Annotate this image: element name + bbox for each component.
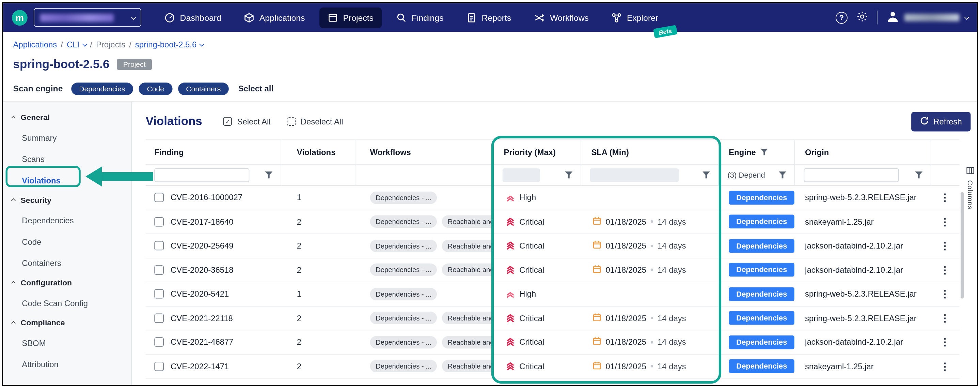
table-row[interactable]: CVE-2020-36518 2 Dependencies - ...Reach… bbox=[146, 258, 959, 282]
sidebar-section-compliance[interactable]: Compliance bbox=[3, 314, 131, 332]
row-checkbox[interactable] bbox=[154, 241, 164, 251]
nav-item-projects[interactable]: Projects bbox=[320, 7, 382, 28]
nav-item-workflows[interactable]: Workflows bbox=[526, 7, 597, 28]
engine-filter-containers[interactable]: Containers bbox=[178, 82, 229, 95]
breadcrumb-applications[interactable]: Applications bbox=[13, 40, 57, 49]
sla-days: 14 days bbox=[657, 313, 686, 323]
sidebar-item-code[interactable]: Code bbox=[3, 231, 131, 252]
priority-filter-input[interactable] bbox=[503, 168, 540, 182]
row-menu-kebab[interactable]: ⋮ bbox=[931, 186, 959, 209]
row-menu-kebab[interactable]: ⋮ bbox=[931, 258, 959, 282]
nav-item-findings[interactable]: Findings bbox=[388, 7, 452, 28]
workflow-chip: Reachable and C... bbox=[442, 360, 494, 373]
table-row[interactable]: CVE-2020-25649 2 Dependencies - ...Reach… bbox=[146, 234, 959, 258]
table-row[interactable]: CVE-2021-22118 2 Dependencies - ...Reach… bbox=[146, 306, 959, 331]
column-header-priority[interactable]: Priority (Max) bbox=[494, 140, 581, 164]
nav-item-reports[interactable]: Reports bbox=[458, 7, 519, 28]
violations-heading: Violations bbox=[146, 115, 202, 128]
finding-id[interactable]: CVE-2016-1000027 bbox=[170, 193, 242, 203]
sidebar-section-configuration[interactable]: Configuration bbox=[3, 273, 131, 292]
finding-id[interactable]: CVE-2020-25649 bbox=[170, 241, 233, 251]
nav-label: Workflows bbox=[550, 13, 589, 22]
filter-funnel-icon[interactable] bbox=[703, 171, 710, 179]
row-checkbox[interactable] bbox=[154, 265, 164, 275]
row-menu-kebab[interactable]: ⋮ bbox=[931, 234, 959, 257]
row-menu-kebab[interactable]: ⋮ bbox=[931, 210, 959, 233]
severity-icon bbox=[506, 217, 514, 226]
row-menu-kebab[interactable]: ⋮ bbox=[931, 354, 959, 378]
help-icon[interactable]: ? bbox=[835, 11, 848, 24]
breadcrumb-cli[interactable]: CLI bbox=[67, 40, 86, 49]
row-checkbox[interactable] bbox=[154, 289, 164, 299]
nav-label: Projects bbox=[343, 13, 374, 22]
refresh-button[interactable]: Refresh bbox=[912, 112, 971, 131]
vertical-scrollbar[interactable] bbox=[961, 192, 964, 299]
filter-funnel-icon[interactable] bbox=[265, 171, 272, 179]
row-checkbox[interactable] bbox=[154, 337, 164, 347]
table-row[interactable]: CVE-2016-1000027 1 Dependencies - ... Hi… bbox=[146, 186, 959, 210]
engine-filter-value[interactable]: (3) Depend bbox=[728, 171, 765, 179]
finding-id[interactable]: CVE-2020-5421 bbox=[170, 289, 229, 299]
column-header-violations[interactable]: Violations bbox=[281, 140, 356, 164]
finding-id[interactable]: CVE-2022-1471 bbox=[170, 361, 229, 371]
column-header-origin[interactable]: Origin bbox=[795, 140, 931, 164]
dot-separator bbox=[651, 317, 653, 319]
finding-id[interactable]: CVE-2021-22118 bbox=[170, 313, 233, 323]
origin-filter-input[interactable] bbox=[803, 168, 899, 182]
column-header-engine[interactable]: Engine bbox=[719, 140, 795, 164]
row-checkbox[interactable] bbox=[154, 217, 164, 227]
sidebar-item-code-scan-config[interactable]: Code Scan Config bbox=[3, 292, 131, 313]
row-menu-kebab[interactable]: ⋮ bbox=[931, 331, 959, 354]
table-row[interactable]: CVE-2020-5421 1 Dependencies - ... High … bbox=[146, 282, 959, 307]
table-row[interactable]: CVE-2017-18640 2 Dependencies - ...Reach… bbox=[146, 210, 959, 234]
sla-filter-input[interactable] bbox=[590, 168, 679, 182]
columns-icon bbox=[966, 166, 975, 177]
finding-id[interactable]: CVE-2017-18640 bbox=[170, 217, 233, 227]
sidebar-item-attribution[interactable]: Attribution bbox=[3, 354, 131, 375]
filter-funnel-icon[interactable] bbox=[779, 171, 786, 179]
engine-cell: Dependencies bbox=[719, 354, 795, 378]
row-checkbox[interactable] bbox=[154, 313, 164, 323]
engine-filter-code[interactable]: Code bbox=[139, 82, 172, 95]
column-header-workflows[interactable]: Workflows bbox=[356, 140, 494, 164]
sidebar-item-containers[interactable]: Containers bbox=[3, 252, 131, 273]
sidebar-section-general[interactable]: General bbox=[3, 109, 131, 127]
row-menu-kebab[interactable]: ⋮ bbox=[931, 282, 959, 306]
page-title: spring-boot-2.5.6 bbox=[13, 57, 110, 71]
sidebar-item-sbom[interactable]: SBOM bbox=[3, 332, 131, 354]
org-selector[interactable] bbox=[34, 8, 141, 27]
table-row[interactable]: CVE-2022-1471 2 Dependencies - ...Reacha… bbox=[146, 354, 959, 379]
breadcrumb-project-name[interactable]: spring-boot-2.5.6 bbox=[135, 40, 204, 49]
finding-id[interactable]: CVE-2020-36518 bbox=[170, 265, 233, 275]
finding-filter-input[interactable] bbox=[154, 168, 249, 182]
nav-item-applications[interactable]: Applications bbox=[235, 7, 313, 28]
nav-item-dashboard[interactable]: Dashboard bbox=[156, 7, 229, 28]
sidebar-section-security[interactable]: Security bbox=[3, 191, 131, 210]
column-header-finding[interactable]: Finding bbox=[146, 140, 281, 164]
workflow-chip: Dependencies - ... bbox=[370, 360, 437, 373]
row-checkbox[interactable] bbox=[154, 361, 164, 371]
finding-id[interactable]: CVE-2021-46877 bbox=[170, 337, 233, 347]
nav-item-explorer[interactable]: Explorer Beta bbox=[603, 7, 667, 28]
row-menu-kebab[interactable]: ⋮ bbox=[931, 306, 959, 330]
columns-toggle[interactable]: Columns bbox=[966, 166, 975, 209]
column-header-sla[interactable]: SLA (Min) bbox=[581, 140, 719, 164]
engine-cell: Dependencies bbox=[719, 282, 795, 306]
select-all-engines[interactable]: Select all bbox=[239, 84, 274, 93]
mend-logo[interactable]: m bbox=[12, 10, 28, 25]
sidebar-item-summary[interactable]: Summary bbox=[3, 127, 131, 148]
sidebar-item-scans[interactable]: Scans bbox=[3, 148, 131, 169]
sla-date: 01/18/2025 bbox=[606, 361, 646, 371]
filter-funnel-icon[interactable] bbox=[565, 171, 573, 179]
sidebar-item-violations[interactable]: Violations bbox=[3, 169, 131, 191]
sidebar-item-dependencies[interactable]: Dependencies bbox=[3, 210, 131, 231]
gear-icon[interactable] bbox=[856, 10, 868, 24]
deselect-all-button[interactable]: Deselect All bbox=[287, 117, 343, 126]
table-row[interactable]: CVE-2021-46877 2 Dependencies - ...Reach… bbox=[146, 331, 959, 354]
filter-funnel-icon[interactable] bbox=[915, 171, 923, 179]
row-checkbox[interactable] bbox=[154, 193, 164, 203]
engine-cell: Dependencies bbox=[719, 234, 795, 257]
engine-filter-dependencies[interactable]: Dependencies bbox=[71, 82, 133, 95]
user-menu[interactable] bbox=[886, 10, 968, 25]
select-all-button[interactable]: ✓Select All bbox=[223, 117, 271, 126]
